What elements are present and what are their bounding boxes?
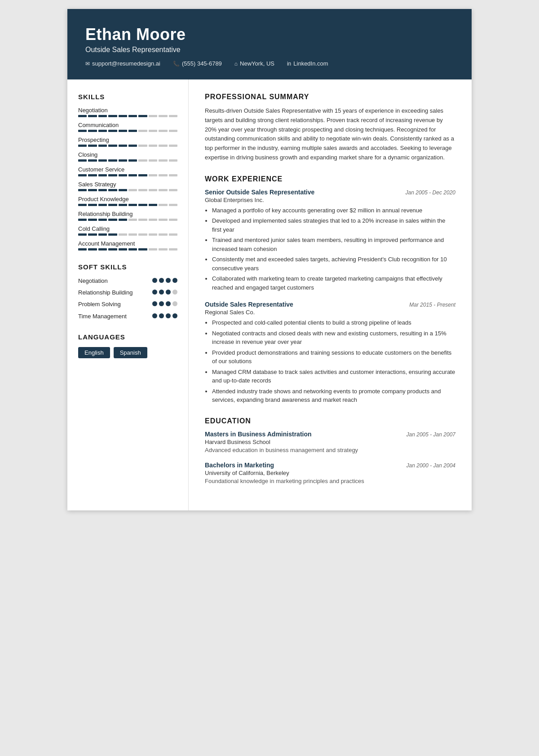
soft-skill-name: Negotiation: [78, 277, 108, 285]
dot: [166, 313, 171, 318]
edu-header: Masters in Business AdministrationJan 20…: [205, 431, 455, 438]
location-value: NewYork, US: [240, 60, 274, 67]
skill-bar: [78, 219, 177, 221]
skill-segment: [108, 248, 117, 251]
dots-container: [152, 300, 177, 306]
dot: [152, 313, 157, 318]
skill-name: Product Knowledge: [78, 196, 177, 202]
skill-segment: [149, 174, 157, 176]
skill-segment: [108, 233, 117, 236]
skill-segment: [119, 145, 127, 147]
language-badge: Spanish: [114, 347, 147, 358]
skill-segment: [98, 219, 107, 221]
job-bullet: Trained and mentored junior sales team m…: [212, 236, 455, 253]
skill-segment: [138, 145, 147, 147]
skills-list: NegotiationCommunicationProspectingClosi…: [78, 107, 177, 251]
skill-segment: [128, 145, 137, 147]
skill-segment: [78, 159, 87, 162]
languages-list: EnglishSpanish: [78, 347, 177, 358]
skill-segment: [138, 233, 147, 236]
dot: [159, 278, 164, 283]
education-section: EDUCATION Masters in Business Administra…: [205, 417, 455, 484]
skill-segment: [119, 174, 127, 176]
education-item: Bachelors in MarketingJan 2000 - Jan 200…: [205, 462, 455, 484]
skill-segment: [108, 219, 117, 221]
skill-segment: [88, 145, 97, 147]
job-bullet: Managed a portfolio of key accounts gene…: [212, 206, 455, 215]
skill-item: Sales Strategy: [78, 181, 177, 191]
soft-skills-title: SOFT SKILLS: [78, 263, 177, 271]
job-bullets: Prospected and cold-called potential cli…: [205, 318, 455, 404]
dot: [152, 278, 157, 283]
skill-item: Communication: [78, 122, 177, 132]
skill-name: Account Management: [78, 240, 177, 247]
skill-bar: [78, 130, 177, 132]
edu-dates: Jan 2000 - Jan 2004: [406, 462, 455, 469]
skill-segment: [98, 204, 107, 206]
skill-segment: [119, 204, 127, 206]
location-icon: ⌂: [234, 61, 238, 67]
skill-name: Prospecting: [78, 136, 177, 143]
job-item: Senior Outside Sales RepresentativeJan 2…: [205, 189, 455, 292]
dots-container: [152, 277, 177, 283]
skill-item: Product Knowledge: [78, 196, 177, 206]
skill-segment: [138, 219, 147, 221]
edu-header: Bachelors in MarketingJan 2000 - Jan 200…: [205, 462, 455, 469]
dot: [166, 278, 171, 283]
soft-skill-item: Relationship Building: [78, 289, 177, 297]
skill-item: Closing: [78, 151, 177, 162]
job-bullet: Prospected and cold-called potential cli…: [212, 318, 455, 327]
skill-segment: [159, 130, 167, 132]
skill-item: Account Management: [78, 240, 177, 251]
skill-name: Communication: [78, 122, 177, 128]
skill-bar: [78, 233, 177, 236]
linkedin-value: LinkedIn.com: [293, 60, 328, 67]
skill-segment: [78, 145, 87, 147]
languages-section: LANGUAGES EnglishSpanish: [78, 333, 177, 358]
dot: [172, 290, 177, 294]
skill-segment: [88, 248, 97, 251]
skill-segment: [159, 174, 167, 176]
skill-segment: [98, 130, 107, 132]
edu-degree: Masters in Business Administration: [205, 431, 312, 438]
skill-segment: [128, 174, 137, 176]
skill-segment: [78, 115, 87, 117]
skill-name: Closing: [78, 151, 177, 158]
skill-name: Customer Service: [78, 166, 177, 173]
skill-segment: [119, 130, 127, 132]
skill-segment: [138, 248, 147, 251]
linkedin-icon: in: [287, 61, 291, 67]
dot: [152, 290, 157, 294]
skill-segment: [88, 115, 97, 117]
skill-segment: [128, 248, 137, 251]
skill-segment: [169, 115, 177, 117]
body: SKILLS NegotiationCommunicationProspecti…: [67, 79, 472, 510]
email-value: support@resumedesign.ai: [92, 60, 160, 67]
skill-segment: [98, 189, 107, 191]
skill-segment: [169, 233, 177, 236]
skill-segment: [169, 130, 177, 132]
contact-linkedin[interactable]: in LinkedIn.com: [287, 60, 328, 67]
skill-segment: [138, 130, 147, 132]
work-section: WORK EXPERIENCE Senior Outside Sales Rep…: [205, 175, 455, 404]
summary-section: PROFESSIONAL SUMMARY Results-driven Outs…: [205, 93, 455, 163]
job-bullet: Managed CRM database to track sales acti…: [212, 368, 455, 385]
skill-segment: [169, 248, 177, 251]
skill-bar: [78, 204, 177, 206]
skill-segment: [128, 204, 137, 206]
job-header: Senior Outside Sales RepresentativeJan 2…: [205, 189, 455, 196]
dot: [152, 301, 157, 306]
dots-container: [152, 312, 177, 318]
skill-name: Relationship Building: [78, 211, 177, 217]
skill-item: Cold Calling: [78, 225, 177, 236]
skill-segment: [169, 174, 177, 176]
languages-title: LANGUAGES: [78, 333, 177, 341]
skill-segment: [149, 115, 157, 117]
skill-segment: [128, 115, 137, 117]
summary-text: Results-driven Outside Sales Representat…: [205, 106, 455, 163]
skill-segment: [119, 115, 127, 117]
skill-segment: [108, 130, 117, 132]
skill-segment: [119, 233, 127, 236]
skills-title: SKILLS: [78, 93, 177, 101]
skill-item: Relationship Building: [78, 211, 177, 221]
